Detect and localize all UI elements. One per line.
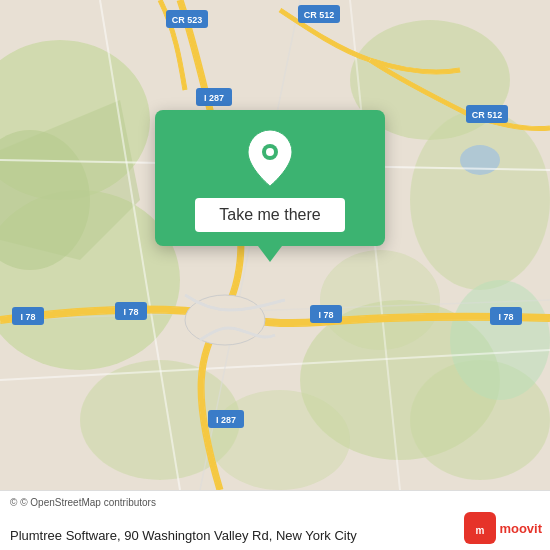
svg-point-13 <box>460 145 500 175</box>
popup-card: Take me there <box>155 110 385 246</box>
svg-point-40 <box>266 148 274 156</box>
osm-attribution[interactable]: © OpenStreetMap contributors <box>20 497 156 508</box>
location-pin-icon <box>244 128 296 188</box>
svg-point-11 <box>210 390 350 490</box>
bottom-bar: © © OpenStreetMap contributors Plumtree … <box>0 490 550 550</box>
svg-text:I 287: I 287 <box>216 415 236 425</box>
moovit-text: moovit <box>499 521 542 536</box>
svg-point-12 <box>450 280 550 400</box>
moovit-logo[interactable]: m moovit <box>464 512 542 544</box>
svg-text:I 78: I 78 <box>498 312 513 322</box>
map-container[interactable]: CR 523 CR 512 CR 512 I 287 I 287 I 78 I … <box>0 0 550 490</box>
svg-text:CR 523: CR 523 <box>172 15 203 25</box>
svg-point-6 <box>410 110 550 290</box>
copyright-symbol: © <box>10 497 17 508</box>
svg-text:I 78: I 78 <box>123 307 138 317</box>
svg-text:CR 512: CR 512 <box>472 110 503 120</box>
moovit-icon: m <box>464 512 496 544</box>
svg-text:I 78: I 78 <box>20 312 35 322</box>
address-text: Plumtree Software, 90 Washington Valley … <box>10 528 480 544</box>
svg-text:I 287: I 287 <box>204 93 224 103</box>
take-me-there-button[interactable]: Take me there <box>195 198 344 232</box>
svg-text:m: m <box>476 525 485 536</box>
svg-text:CR 512: CR 512 <box>304 10 335 20</box>
attribution-row: © © OpenStreetMap contributors <box>10 497 540 508</box>
svg-text:I 78: I 78 <box>318 310 333 320</box>
